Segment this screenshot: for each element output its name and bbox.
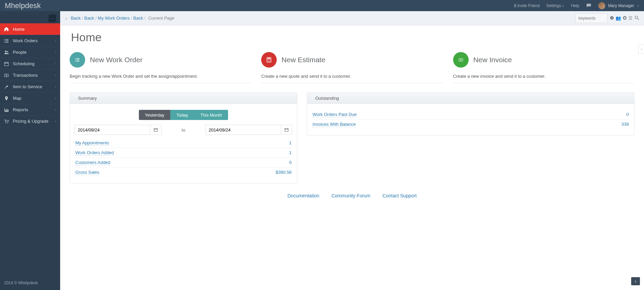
stat-label[interactable]: My Appointments xyxy=(75,140,109,146)
summary-header: Summary xyxy=(70,93,297,104)
svg-point-29 xyxy=(270,61,271,62)
stat-row: Customers Added0 xyxy=(75,158,292,168)
sidebar-item-people[interactable]: People‹ xyxy=(0,46,60,58)
footer-links: DocumentationCommunity ForumContact Supp… xyxy=(70,193,635,198)
main: ⌂ Back / Back / My Work Orders / Back / … xyxy=(60,11,644,290)
breadcrumb-link[interactable]: My Work Orders xyxy=(98,16,129,21)
card-desc: Create a new quote and send it to a cust… xyxy=(261,74,443,83)
money-icon xyxy=(453,52,469,68)
stat-value: 0 xyxy=(626,112,629,117)
date-to-picker-icon[interactable] xyxy=(281,125,292,135)
page-title: Home xyxy=(71,31,635,44)
svg-point-15 xyxy=(5,123,6,123)
svg-point-31 xyxy=(460,59,462,61)
chevron-left-icon: ‹ xyxy=(55,62,56,66)
chevron-left-icon: ‹ xyxy=(55,108,56,112)
date-from-input[interactable] xyxy=(75,125,150,135)
footer-link-documentation[interactable]: Documentation xyxy=(288,193,319,198)
invite-friend-link[interactable]: $ Invite Friend xyxy=(514,3,540,8)
breadcrumb-link[interactable]: Back xyxy=(71,16,81,21)
svg-rect-23 xyxy=(268,58,270,59)
svg-point-3 xyxy=(5,50,6,52)
svg-rect-5 xyxy=(4,62,8,66)
right-panel-toggle[interactable]: ‹ xyxy=(638,44,644,54)
help-link[interactable]: Help xyxy=(571,3,579,8)
card-desc: Create a new invoice and send it to a cu… xyxy=(453,74,635,83)
chevron-left-icon: ‹ xyxy=(55,119,56,123)
sidebar-item-item-to-service[interactable]: Item to Service‹ xyxy=(0,81,60,92)
sidebar-item-map[interactable]: Map‹ xyxy=(0,92,60,104)
card-title: New Work Order xyxy=(90,56,143,64)
range-btn-today[interactable]: Today xyxy=(170,110,194,120)
user-menu[interactable]: Mary Manager ∨ xyxy=(598,2,639,9)
card-new-invoice[interactable]: New InvoiceCreate a new invoice and send… xyxy=(453,52,635,83)
card-title: New Invoice xyxy=(473,56,512,64)
stat-label[interactable]: Work Orders Added xyxy=(75,150,114,155)
footer-link-contact-support[interactable]: Contact Support xyxy=(382,193,417,198)
svg-rect-14 xyxy=(8,110,8,112)
summary-panel: Summary YesterdayTodayThis Month to xyxy=(70,93,297,184)
sidebar-item-label: Transactions xyxy=(13,73,55,78)
sidebar-item-label: People xyxy=(13,50,55,55)
stat-label[interactable]: Gross Sales xyxy=(75,170,99,175)
svg-point-16 xyxy=(7,123,8,123)
breadcrumb-link[interactable]: Back xyxy=(133,16,143,21)
brand-logo: Mhelpdesk xyxy=(5,1,41,10)
breadcrumb-link[interactable]: Back xyxy=(84,16,94,21)
sidebar-item-scheduling[interactable]: Scheduling‹ xyxy=(0,58,60,69)
svg-point-27 xyxy=(268,61,269,62)
filter-radio-2[interactable] xyxy=(623,16,626,21)
chevron-down-icon: ∨ xyxy=(637,4,639,7)
card-title: New Estimate xyxy=(281,56,325,64)
stat-label[interactable]: Invoices With Balance xyxy=(313,122,356,127)
filter-radio-all[interactable] xyxy=(610,16,614,21)
search-icon[interactable] xyxy=(635,16,639,21)
stat-row: My Appointments1 xyxy=(75,138,292,148)
action-cards: New Work OrderBegin tracking a new Work … xyxy=(70,52,635,83)
stat-label[interactable]: Customers Added xyxy=(75,160,110,165)
range-btn-yesterday[interactable]: Yesterday xyxy=(139,110,170,120)
svg-line-18 xyxy=(638,19,639,20)
svg-point-10 xyxy=(6,75,7,76)
filter-people-icon[interactable]: 👥 xyxy=(616,16,621,21)
sidebar-item-home[interactable]: Home xyxy=(0,23,60,35)
search-input[interactable] xyxy=(575,14,608,23)
footer-link-community-forum[interactable]: Community Forum xyxy=(331,193,370,198)
svg-point-17 xyxy=(635,16,638,19)
breadcrumb-bar: ⌂ Back / Back / My Work Orders / Back / … xyxy=(60,11,644,25)
sidebar-item-label: Map xyxy=(13,96,55,101)
pin-icon xyxy=(4,96,10,101)
sidebar-item-pricing-upgrade[interactable]: Pricing & Upgrade‹ xyxy=(0,115,60,127)
card-new-work-order[interactable]: New Work OrderBegin tracking a new Work … xyxy=(70,52,251,83)
sidebar-collapse-toggle[interactable]: ‹ › xyxy=(49,15,56,22)
date-to-input[interactable] xyxy=(205,125,281,135)
sidebar-item-transactions[interactable]: Transactions‹ xyxy=(0,69,60,81)
scroll-to-top[interactable]: ∧ xyxy=(631,277,640,285)
date-range-buttons: YesterdayTodayThis Month xyxy=(75,110,292,120)
svg-point-25 xyxy=(269,60,270,61)
card-new-estimate[interactable]: New EstimateCreate a new quote and send … xyxy=(261,52,443,83)
card-desc: Begin tracking a new Work Order and set … xyxy=(70,74,251,83)
chevron-left-icon: ‹ xyxy=(55,85,56,89)
cart-icon xyxy=(4,119,10,124)
sidebar-item-label: Reports xyxy=(13,107,55,112)
sidebar: ‹ › HomeWork Orders‹People‹Scheduling‹Tr… xyxy=(0,11,60,290)
calendar-icon xyxy=(4,62,10,66)
filter-list-icon[interactable]: ☰ xyxy=(628,16,633,21)
date-from-picker-icon[interactable] xyxy=(150,125,162,135)
stat-label[interactable]: Work Orders Past Due xyxy=(313,112,357,117)
user-name: Mary Manager xyxy=(608,3,634,8)
topbar-right: $ Invite Friend Settings ∨ Help Mary Man… xyxy=(514,2,639,9)
breadcrumb-current: Current Page xyxy=(148,16,174,21)
home-icon xyxy=(4,27,10,31)
settings-link[interactable]: Settings ∨ xyxy=(546,3,564,8)
stat-row: Work Orders Past Due0 xyxy=(312,110,629,120)
stat-value: $390.58 xyxy=(276,170,292,175)
svg-rect-9 xyxy=(4,74,8,77)
sidebar-item-label: Pricing & Upgrade xyxy=(13,119,55,124)
range-btn-this-month[interactable]: This Month xyxy=(194,110,228,120)
sidebar-item-reports[interactable]: Reports‹ xyxy=(0,104,60,115)
chat-icon[interactable] xyxy=(586,3,591,8)
sidebar-item-work-orders[interactable]: Work Orders‹ xyxy=(0,35,60,46)
sidebar-footer: 2014 © Mhelpdesk xyxy=(0,276,60,290)
